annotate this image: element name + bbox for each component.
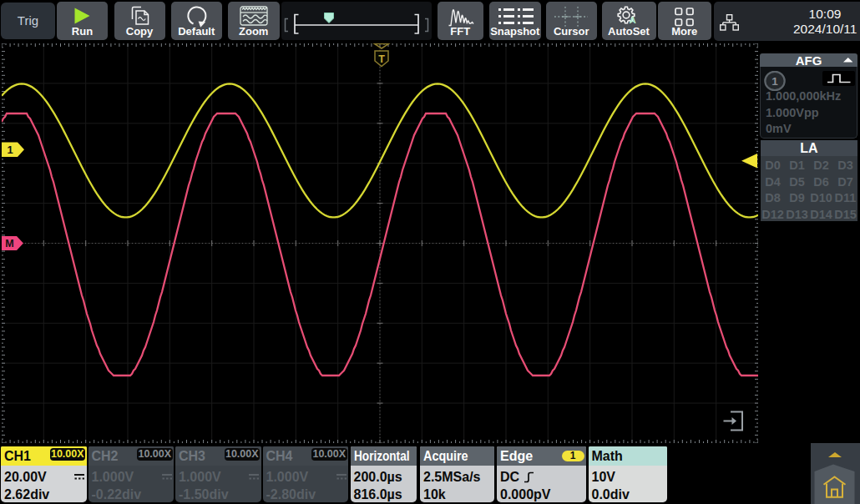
svg-text:M: M (5, 238, 13, 249)
svg-text:T: T (378, 53, 385, 65)
svg-text:1: 1 (771, 74, 778, 87)
svg-text:1: 1 (7, 144, 13, 156)
